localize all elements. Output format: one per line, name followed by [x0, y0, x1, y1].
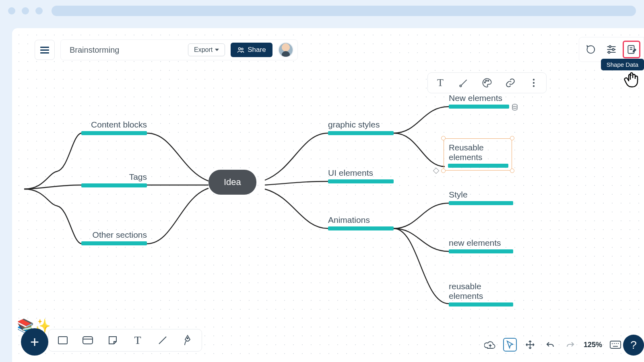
node-graphic-styles[interactable]: graphic styles	[328, 120, 394, 135]
node-underline	[81, 131, 147, 135]
node-underline	[328, 226, 394, 230]
pointer-mode-button[interactable]	[503, 338, 517, 352]
node-reusable-elements-selected[interactable]: Reusable elements	[444, 138, 512, 171]
node-new-elements-2[interactable]: new elements	[449, 238, 513, 253]
node-label: reusable elements	[449, 282, 513, 301]
selection-handle[interactable]	[441, 136, 446, 140]
move-icon	[525, 340, 535, 350]
sticky-note-icon	[107, 335, 118, 346]
redo-button[interactable]	[564, 338, 577, 352]
rectangle-icon	[58, 335, 68, 345]
connector-lines	[12, 28, 644, 362]
pen-shape-button[interactable]	[181, 333, 194, 347]
node-label: UI elements	[328, 168, 394, 178]
undo-icon	[545, 341, 555, 349]
svg-rect-20	[58, 337, 67, 344]
redo-icon	[566, 341, 575, 349]
node-animations[interactable]: Animations	[328, 215, 394, 230]
node-label: new elements	[449, 238, 513, 248]
diag-line-icon	[157, 335, 168, 346]
card-icon	[82, 336, 93, 345]
win-dot-2	[22, 7, 29, 14]
node-content-blocks[interactable]: Content blocks	[81, 120, 147, 135]
zoom-level[interactable]: 125%	[584, 341, 602, 349]
node-label: graphic styles	[328, 120, 394, 130]
svg-point-24	[187, 338, 188, 339]
node-underline	[448, 164, 508, 168]
card-shape-button[interactable]	[81, 333, 95, 347]
question-icon: ?	[630, 339, 637, 352]
rectangle-shape-button[interactable]	[56, 333, 70, 347]
mindmap-center-node[interactable]: Idea	[208, 170, 256, 195]
sticky-note-button[interactable]	[106, 333, 120, 347]
svg-rect-21	[83, 337, 93, 344]
node-underline	[449, 201, 513, 205]
line-shape-button[interactable]	[156, 333, 169, 347]
win-dot-1	[8, 7, 15, 14]
selection-handle[interactable]	[510, 136, 514, 140]
bottom-right-toolbar: 125%	[483, 338, 622, 352]
node-label: Reusable elements	[449, 143, 507, 162]
text-icon: T	[134, 334, 141, 347]
keyboard-button[interactable]	[609, 338, 622, 352]
node-ui-elements[interactable]: UI elements	[328, 168, 394, 183]
node-new-elements-1[interactable]: New elements	[449, 93, 509, 109]
app-window: Brainstorming Export Share	[12, 28, 644, 362]
node-label: Style	[449, 190, 513, 200]
svg-point-19	[512, 104, 517, 107]
node-label: Tags	[81, 172, 147, 182]
data-attached-icon	[512, 104, 518, 113]
node-label: New elements	[449, 93, 509, 103]
node-underline	[328, 179, 394, 183]
plus-icon: +	[30, 334, 39, 350]
cloud-icon	[484, 340, 495, 349]
window-controls	[8, 7, 43, 14]
node-reusable-elements-2[interactable]: reusable elements	[449, 282, 513, 306]
text-shape-button[interactable]: T	[131, 333, 144, 347]
undo-button[interactable]	[543, 338, 557, 352]
pan-mode-button[interactable]	[523, 338, 537, 352]
selection-handle[interactable]	[441, 169, 446, 173]
center-label: Idea	[224, 177, 241, 187]
keyboard-icon	[609, 340, 621, 349]
help-button[interactable]: ?	[623, 335, 644, 356]
pointer-icon	[506, 340, 514, 350]
node-underline	[449, 249, 513, 253]
svg-line-23	[159, 337, 166, 344]
address-bar[interactable]	[52, 6, 636, 16]
node-other-sections[interactable]: Other sections	[81, 230, 147, 245]
node-underline	[81, 183, 147, 187]
node-underline	[81, 241, 147, 245]
mindmap-canvas[interactable]: Idea Content blocks Tags Other sections …	[12, 28, 644, 362]
node-label: Animations	[328, 215, 394, 225]
node-underline	[449, 302, 513, 306]
browser-chrome	[0, 0, 644, 22]
node-tags[interactable]: Tags	[81, 172, 147, 187]
cloud-sync-button[interactable]	[483, 338, 497, 352]
node-label: Content blocks	[81, 120, 147, 130]
svg-rect-26	[610, 341, 621, 348]
selection-handle[interactable]	[510, 169, 514, 173]
node-label: Other sections	[81, 230, 147, 240]
shapes-toolbar: T	[48, 329, 202, 352]
node-underline	[328, 131, 394, 135]
win-dot-3	[35, 7, 43, 14]
add-fab-button[interactable]: +	[21, 328, 48, 356]
pen-icon	[182, 335, 193, 346]
node-style[interactable]: Style	[449, 190, 513, 205]
node-underline	[449, 105, 509, 109]
